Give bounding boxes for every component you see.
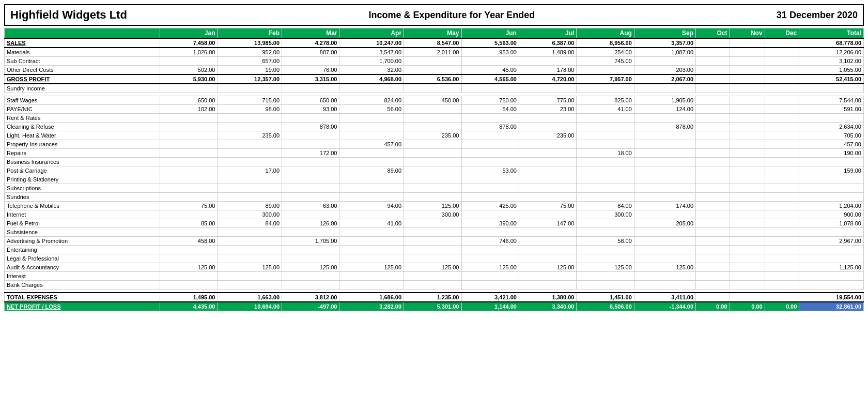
- cell: 657.00: [218, 57, 282, 66]
- row-label: Sundry Income: [5, 84, 160, 93]
- cell: [730, 57, 765, 66]
- cell: 6,387.00: [519, 38, 576, 48]
- cell: 6,506.00: [577, 302, 634, 311]
- cell: [765, 263, 799, 272]
- cell: 1,495.00: [160, 293, 218, 302]
- cell: [577, 184, 634, 193]
- cell: [577, 131, 634, 140]
- row-label: Staff Wages: [5, 96, 160, 105]
- table-row: Bank Charges: [5, 281, 864, 290]
- cell: [696, 202, 730, 210]
- cell: [461, 193, 519, 202]
- cell: 4,278.00: [282, 38, 339, 48]
- cell: [696, 158, 730, 166]
- cell: [730, 175, 765, 184]
- cell: [519, 184, 576, 193]
- cell: [765, 210, 799, 219]
- table-row: Rent & Rates: [5, 114, 864, 123]
- cell: [461, 140, 519, 149]
- cell: 5,930.00: [160, 74, 218, 84]
- cell: [634, 166, 695, 175]
- cell: [339, 149, 404, 158]
- cell: [765, 114, 799, 123]
- cell: [696, 48, 730, 57]
- cell: 4,968.00: [339, 74, 404, 84]
- cell: 32.00: [339, 66, 404, 75]
- row-label: Rent & Rates: [5, 114, 160, 123]
- cell: [404, 140, 461, 149]
- cell: [218, 281, 282, 290]
- row-label: NET PROFIT / LOSS: [5, 302, 160, 311]
- cell: [519, 193, 576, 202]
- cell: 52,415.00: [799, 74, 864, 84]
- cell: 300.00: [218, 210, 282, 219]
- cell: 235.00: [404, 131, 461, 140]
- cell: [730, 131, 765, 140]
- cell: 98.00: [218, 105, 282, 114]
- row-label: Subsistence: [5, 228, 160, 237]
- cell: [730, 166, 765, 175]
- cell: [404, 114, 461, 123]
- row-label: Entertaining: [5, 246, 160, 254]
- cell: 41.00: [339, 219, 404, 228]
- cell: 1,663.00: [218, 293, 282, 302]
- cell: 3,282.00: [339, 302, 404, 311]
- cell: [799, 175, 864, 184]
- table-row: Printing & Stationery: [5, 175, 864, 184]
- cell: 1,055.00: [799, 66, 864, 75]
- cell: [461, 175, 519, 184]
- cell: 3,547.00: [339, 48, 404, 57]
- cell: [519, 254, 576, 263]
- cell: [577, 140, 634, 149]
- header-row: Jan Feb Mar Apr May Jun Jul Aug Sep Oct …: [5, 28, 864, 39]
- cell: 172.00: [282, 149, 339, 158]
- cell: [519, 57, 576, 66]
- cell: [696, 66, 730, 75]
- cell: [696, 175, 730, 184]
- cell: [339, 254, 404, 263]
- cell: [765, 57, 799, 66]
- cell: [160, 131, 218, 140]
- cell: [730, 184, 765, 193]
- table-row: Sundries: [5, 193, 864, 202]
- col-header-total: Total: [799, 28, 864, 39]
- col-header-sep: Sep: [634, 28, 695, 39]
- cell: 203.00: [634, 66, 695, 75]
- table-row: Sundry Income: [5, 84, 864, 93]
- cell: [634, 254, 695, 263]
- cell: [765, 131, 799, 140]
- table-row: SALES7,458.0013,985.004,278.0010,247.008…: [5, 38, 864, 48]
- cell: [577, 114, 634, 123]
- cell: [404, 193, 461, 202]
- cell: 425.00: [461, 202, 519, 210]
- col-header-apr: Apr: [339, 28, 404, 39]
- cell: [730, 210, 765, 219]
- cell: [730, 84, 765, 93]
- cell: [218, 237, 282, 246]
- header: Highfield Widgets Ltd Income & Expenditu…: [4, 4, 864, 26]
- cell: [519, 246, 576, 254]
- cell: 650.00: [282, 96, 339, 105]
- cell: [799, 184, 864, 193]
- cell: [799, 158, 864, 166]
- cell: [730, 219, 765, 228]
- cell: [404, 66, 461, 75]
- cell: [765, 96, 799, 105]
- row-label: Bank Charges: [5, 281, 160, 290]
- cell: [519, 272, 576, 281]
- cell: 235.00: [218, 131, 282, 140]
- cell: [404, 228, 461, 237]
- cell: 125.00: [339, 263, 404, 272]
- cell: 56.00: [339, 105, 404, 114]
- table-row: Entertaining: [5, 246, 864, 254]
- cell: 745.00: [577, 57, 634, 66]
- cell: [404, 272, 461, 281]
- cell: 824.00: [339, 96, 404, 105]
- cell: [218, 246, 282, 254]
- table-row: Cleaning & Refuse878.00878.00878.002,634…: [5, 123, 864, 131]
- cell: 457.00: [339, 140, 404, 149]
- row-label: Materials: [5, 48, 160, 57]
- cell: [282, 114, 339, 123]
- cell: 125.00: [282, 263, 339, 272]
- cell: [634, 131, 695, 140]
